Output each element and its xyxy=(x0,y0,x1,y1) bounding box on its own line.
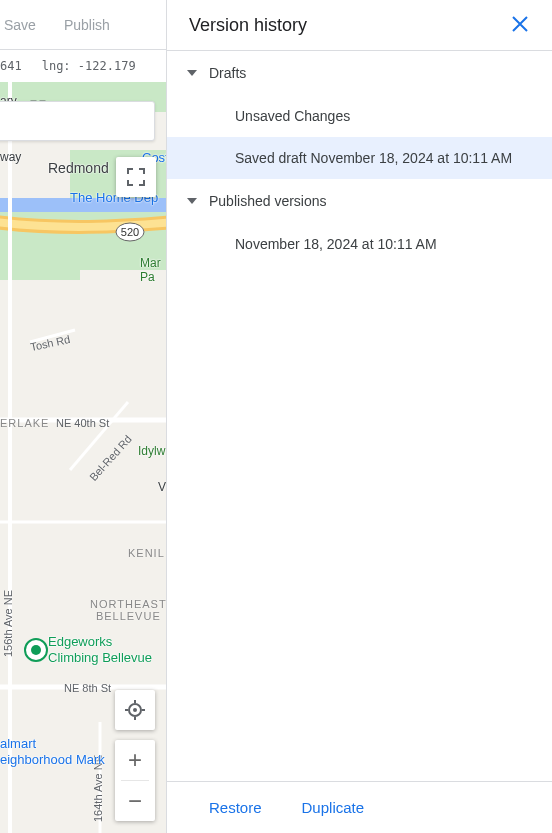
close-button[interactable] xyxy=(510,14,530,37)
version-item[interactable]: Saved draft November 18, 2024 at 10:11 A… xyxy=(167,137,552,179)
road-ne40-label: NE 40th St xyxy=(56,417,109,429)
map-idylwood-label: Idylw xyxy=(138,444,165,458)
poi-walmart-label: almart eighborhood Mark xyxy=(0,736,105,767)
zoom-out-button[interactable]: − xyxy=(115,781,155,821)
section-drafts-toggle[interactable]: Drafts xyxy=(167,51,552,95)
road-ne8-label: NE 8th St xyxy=(64,682,111,694)
map-park-label: Mar Pa xyxy=(140,256,161,284)
section-published-title: Published versions xyxy=(209,193,327,209)
crosshair-icon xyxy=(125,700,145,720)
close-icon xyxy=(510,14,530,34)
svg-point-10 xyxy=(133,708,137,712)
map-city-label: Redmond xyxy=(48,160,109,176)
map-way-label: way xyxy=(0,150,21,164)
coords-bar: 641 lng: -122.179 xyxy=(0,50,166,82)
section-published-toggle[interactable]: Published versions xyxy=(167,179,552,223)
section-drafts-title: Drafts xyxy=(209,65,246,81)
restore-button[interactable]: Restore xyxy=(209,799,262,816)
fullscreen-icon xyxy=(127,168,145,186)
poi-edgeworks-label: Edgeworks Climbing Bellevue xyxy=(48,634,152,665)
version-history-panel: Version history Drafts Unsaved Changes S… xyxy=(167,0,552,833)
version-item[interactable]: Unsaved Changes xyxy=(167,95,552,137)
road-156-label: 156th Ave NE xyxy=(2,590,14,657)
poi-marker-edgeworks[interactable] xyxy=(24,638,48,662)
panel-title: Version history xyxy=(189,15,307,36)
zoom-in-button[interactable]: + xyxy=(115,740,155,780)
chevron-down-icon xyxy=(187,70,197,76)
svg-text:520: 520 xyxy=(121,226,139,238)
neigh-kenil: KENIL xyxy=(128,547,165,559)
toolbar: Save Publish xyxy=(0,0,166,50)
hwy-520-shield: 520 xyxy=(115,222,145,242)
fullscreen-button[interactable] xyxy=(116,157,156,197)
chevron-down-icon xyxy=(187,198,197,204)
map-search-input[interactable] xyxy=(0,101,155,141)
my-location-button[interactable] xyxy=(115,690,155,730)
map-canvas[interactable]: ary Redmond way The Home Dep Cost 520 Ma… xyxy=(0,82,167,833)
map-v-label: V xyxy=(158,480,166,494)
neigh-ne-bellevue: NORTHEAST BELLEVUE xyxy=(90,598,167,622)
publish-button[interactable]: Publish xyxy=(64,17,110,33)
version-item[interactable]: November 18, 2024 at 10:11 AM xyxy=(167,223,552,265)
save-button[interactable]: Save xyxy=(4,17,36,33)
neigh-overlake: ERLAKE xyxy=(0,417,49,429)
duplicate-button[interactable]: Duplicate xyxy=(302,799,365,816)
coord-lat: 641 xyxy=(0,59,22,73)
coord-lng: -122.179 xyxy=(78,59,136,73)
